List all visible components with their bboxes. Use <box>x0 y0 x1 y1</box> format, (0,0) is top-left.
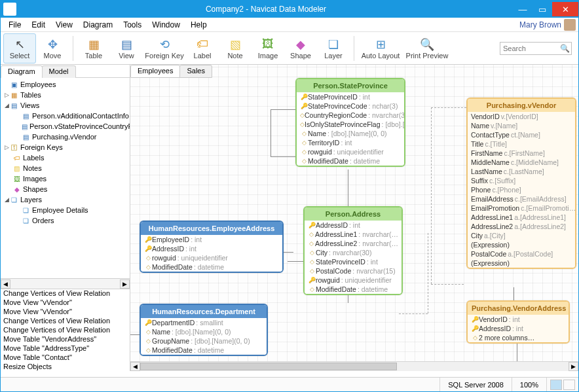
tool-select[interactable]: ↖Select <box>3 33 36 63</box>
column-row[interactable]: ◇rowguid: uniqueidentifier <box>141 253 282 262</box>
column-row[interactable]: ◇ModifiedDate: datetime <box>141 262 282 272</box>
column-row[interactable]: Title c.[Title] <box>468 139 575 149</box>
history-item[interactable]: Resize Objects <box>1 363 130 371</box>
maximize-button[interactable]: ▭ <box>532 2 552 16</box>
history-item[interactable]: Move Table "AddressType" <box>1 344 130 353</box>
column-row[interactable]: (Expression) <box>468 240 575 249</box>
column-row[interactable]: ◇2 more columns… <box>468 333 569 342</box>
column-row[interactable]: EmailPromotion c.[EmailPromoti… <box>468 204 575 213</box>
tool-print-preview[interactable]: 🔍Print Preview <box>403 33 451 63</box>
column-row[interactable]: 🔑EmployeeID: int <box>141 235 282 244</box>
menu-file[interactable]: File <box>3 19 26 31</box>
canvas-tab-employees[interactable]: Employees <box>130 65 180 78</box>
tool-move[interactable]: ✥Move <box>36 33 69 63</box>
tree-views[interactable]: ◢▤Views <box>1 100 130 111</box>
user-label[interactable]: Mary Brown <box>519 19 576 31</box>
history-item[interactable]: Move View "vVendor" <box>1 298 130 308</box>
history-item[interactable]: Move Table "Contact" <box>1 353 130 363</box>
tree-view-item[interactable]: ▤Person.vAdditionalContactInfo <box>1 111 130 121</box>
column-row[interactable]: FirstName c.[FirstName] <box>468 149 575 158</box>
column-row[interactable]: (Expression) <box>468 258 575 268</box>
minimize-button[interactable]: — <box>513 2 532 16</box>
column-row[interactable]: ◇TerritoryID: int <box>297 138 404 147</box>
tree-labels[interactable]: 🏷Labels <box>1 152 130 163</box>
column-row[interactable]: ◇City: nvarchar(30) <box>305 248 402 257</box>
tree-layer-item[interactable]: ❏Orders <box>1 215 130 226</box>
column-row[interactable]: City a.[City] <box>468 231 575 240</box>
column-row[interactable]: AddressLine2 a.[AddressLine2] <box>468 222 575 231</box>
tool-view[interactable]: ▤View <box>110 33 143 63</box>
column-row[interactable]: Suffix c.[Suffix] <box>468 176 575 185</box>
diagram-canvas[interactable]: Employees Sales Person.StateProvince 🔑St… <box>130 65 578 371</box>
column-row[interactable]: 🔑AddressID: int <box>468 324 569 333</box>
history-item[interactable]: Move View "vVendor" <box>1 308 130 317</box>
column-row[interactable]: PostalCode a.[PostalCode] <box>468 249 575 258</box>
column-row[interactable]: ◇rowguid: uniqueidentifier <box>297 147 404 156</box>
menu-edit[interactable]: Edit <box>26 19 50 31</box>
column-row[interactable]: VendorID v.[VendorID] <box>468 112 575 121</box>
menu-view[interactable]: View <box>50 19 78 31</box>
tool-table[interactable]: ▦Table <box>77 33 110 63</box>
column-row[interactable]: 🔑StateProvinceID: int <box>297 92 404 101</box>
tool-note[interactable]: ▧Note <box>219 33 252 63</box>
column-row[interactable]: AddressLine1 a.[AddressLine1] <box>468 213 575 222</box>
column-row[interactable]: 🔑AddressID: int <box>305 221 402 230</box>
column-row[interactable]: EmailAddress c.[EmailAddress] <box>468 194 575 204</box>
column-row[interactable]: ◇CountryRegionCode: nvarchar(3) <box>297 111 404 120</box>
tree-view-item[interactable]: ▤Purchasing.vVendor <box>1 132 130 142</box>
column-row[interactable]: MiddleName c.[MiddleName] <box>468 158 575 167</box>
history-item[interactable]: Change Vertices of View Relation <box>1 317 130 326</box>
column-row[interactable]: ◇Name: [dbo].[Name](0, 0) <box>141 327 267 336</box>
column-row[interactable]: ◇ModifiedDate: datetime <box>297 156 404 166</box>
history-item[interactable]: Change Vertices of View Relation <box>1 326 130 335</box>
tool-image[interactable]: 🖼Image <box>252 33 284 63</box>
column-row[interactable]: ◇Name: [dbo].[Name](0, 0) <box>297 129 404 138</box>
close-button[interactable]: ✕ <box>552 2 578 16</box>
menu-tools[interactable]: Tools <box>118 19 147 31</box>
column-row[interactable]: 🔑AddressID: int <box>141 244 282 253</box>
entity-vendor-address[interactable]: Purchasing.VendorAddress 🔑VendorID: int🔑… <box>466 300 570 344</box>
column-row[interactable]: Phone c.[Phone] <box>468 185 575 194</box>
tree-layers[interactable]: ◢❏Layers <box>1 194 130 205</box>
entity-vvendor[interactable]: Purchasing.vVendor VendorID v.[VendorID]… <box>466 98 576 269</box>
tree-notes[interactable]: ▧Notes <box>1 163 130 173</box>
entity-employee-address[interactable]: HumanResources.EmployeeAddress 🔑Employee… <box>140 221 284 273</box>
column-row[interactable]: ◇ModifiedDate: datetime <box>305 285 402 294</box>
tool-shape[interactable]: ◆Shape <box>284 33 317 63</box>
tree-foreign-keys[interactable]: ▷⚿Foreign Keys <box>1 142 130 152</box>
column-row[interactable]: ◇AddressLine1: nvarchar(… <box>305 230 402 239</box>
column-row[interactable]: ◇PostalCode: nvarchar(15) <box>305 266 402 276</box>
column-row[interactable]: LastName c.[LastName] <box>468 167 575 176</box>
column-row[interactable]: ◇GroupName: [dbo].[Name](0, 0) <box>141 336 267 346</box>
tree-tables[interactable]: ▷▦Tables <box>1 90 130 100</box>
tree-layer-item[interactable]: ❏Employee Details <box>1 205 130 215</box>
tool-auto-layout[interactable]: ⊞Auto Layout <box>358 33 403 63</box>
tool-foreign-key[interactable]: ⟲Foreign Key <box>143 33 186 63</box>
tool-layer[interactable]: ❏Layer <box>317 33 350 63</box>
column-row[interactable]: ◇StateProvinceID: int <box>305 257 402 266</box>
column-row[interactable]: ContactType ct.[Name] <box>468 130 575 139</box>
side-tab-model[interactable]: Model <box>42 65 76 78</box>
entity-address[interactable]: Person.Address 🔑AddressID: int◇AddressLi… <box>303 206 403 295</box>
column-row[interactable]: 🔑VendorID: int <box>468 315 569 324</box>
tree-images[interactable]: 🖼Images <box>1 173 130 184</box>
canvas-tab-sales[interactable]: Sales <box>179 65 212 78</box>
entity-department[interactable]: HumanResources.Department 🔑DepartmentID:… <box>140 304 268 356</box>
status-mode-1[interactable] <box>550 380 562 390</box>
sidebar-hscroll[interactable]: ◀▶ <box>1 278 130 289</box>
canvas-hscroll[interactable]: ◀▶ <box>130 361 578 371</box>
entity-state-province[interactable]: Person.StateProvince 🔑StateProvinceID: i… <box>295 78 405 167</box>
column-row[interactable]: ◇AddressLine2: nvarchar(… <box>305 239 402 248</box>
column-row[interactable]: 🔑DepartmentID: smallint <box>141 318 267 327</box>
status-mode-2[interactable] <box>563 380 575 390</box>
tree-view-item[interactable]: ▤Person.vStateProvinceCountryRegion <box>1 121 130 132</box>
tree-employees[interactable]: ▣Employees <box>1 79 130 90</box>
search-input[interactable] <box>500 42 572 55</box>
column-row[interactable]: ◇IsOnlyStateProvinceFlag: [dbo].[… <box>297 120 404 129</box>
column-row[interactable]: 🔑rowguid: uniqueidentifier <box>305 276 402 285</box>
tree-shapes[interactable]: ◆Shapes <box>1 184 130 194</box>
column-row[interactable]: ◇ModifiedDate: datetime <box>141 346 267 355</box>
menu-help[interactable]: Help <box>185 19 212 31</box>
history-item[interactable]: Change Vertices of View Relation <box>1 289 130 298</box>
history-item[interactable]: Move Table "VendorAddress" <box>1 335 130 344</box>
